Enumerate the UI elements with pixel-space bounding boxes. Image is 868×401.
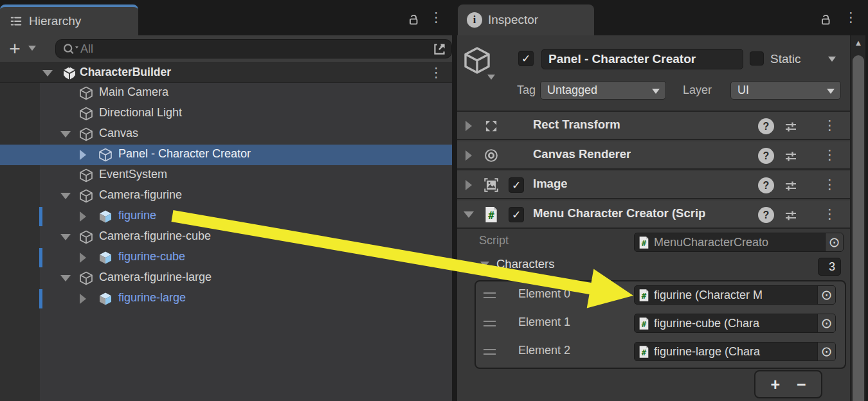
tree-item-camera-figurine-cube[interactable]: Camera-figurine-cube — [0, 227, 452, 247]
create-object-button[interactable]: + — [5, 38, 24, 60]
component-canvas-renderer[interactable]: Canvas Renderer ? ⋮ — [457, 141, 850, 170]
inspector-scrollbar[interactable]: ▲ — [850, 35, 868, 401]
tree-item-camera-figurine-large[interactable]: Camera-figurine-large — [0, 268, 452, 289]
popout-search-icon[interactable] — [431, 41, 449, 57]
drag-handle-icon[interactable] — [484, 321, 496, 326]
array-element-row[interactable]: Element 1 figurine-cube (Chara ⊙ — [476, 310, 845, 338]
unity-editor-window: Hierarchy ⋮ + CharacterBuilder ⋮ Main Ca… — [0, 0, 868, 401]
scrollbar-thumb[interactable] — [853, 55, 864, 401]
scene-header-row[interactable]: CharacterBuilder ⋮ — [0, 63, 452, 83]
object-picker-icon[interactable]: ⊙ — [817, 314, 835, 332]
object-picker-icon[interactable]: ⊙ — [817, 286, 835, 304]
component-menu-icon[interactable]: ⋮ — [823, 148, 832, 161]
gameobject-icon — [78, 188, 94, 204]
foldout-open-caret[interactable] — [60, 193, 71, 199]
image-component-icon — [483, 177, 500, 193]
component-collapsed-caret[interactable] — [466, 121, 472, 131]
script-field-label: Script — [479, 234, 509, 247]
presets-icon[interactable] — [783, 119, 799, 134]
component-rect-transform[interactable]: Rect Transform ? ⋮ — [457, 112, 850, 140]
component-menu-character-creator[interactable]: ✓ Menu Character Creator (Scrip ? ⋮ — [457, 201, 850, 229]
gameobject-icon — [78, 106, 94, 121]
presets-icon[interactable] — [783, 178, 799, 193]
foldout-closed-caret[interactable] — [80, 211, 86, 222]
drag-handle-icon[interactable] — [484, 349, 496, 355]
prefab-override-bar — [39, 248, 42, 267]
gameobject-active-checkbox[interactable]: ✓ — [518, 51, 534, 66]
thumbnail-dropdown-icon[interactable] — [487, 75, 495, 80]
help-icon[interactable]: ? — [758, 207, 774, 223]
scroll-up-icon[interactable]: ▲ — [851, 38, 866, 48]
gameobject-icon — [78, 85, 94, 101]
script-icon — [638, 317, 650, 330]
element-object-field[interactable]: figurine (Character M ⊙ — [634, 285, 836, 305]
prefab-icon — [98, 291, 113, 307]
inspector-lock-icon[interactable] — [818, 12, 833, 27]
tree-item-camera-figurine[interactable]: Camera-figurine — [0, 186, 452, 206]
help-icon[interactable]: ? — [758, 177, 774, 193]
script-icon — [483, 206, 500, 223]
tree-item-figurine[interactable]: figurine — [0, 206, 452, 227]
layer-value: UI — [737, 84, 749, 97]
element-object-field[interactable]: figurine-cube (Chara ⊙ — [634, 314, 836, 333]
foldout-closed-caret[interactable] — [80, 294, 86, 304]
characters-array-box: Element 0 figurine (Character M ⊙ Elemen… — [475, 280, 846, 369]
component-menu-icon[interactable]: ⋮ — [823, 207, 832, 220]
gameobject-thumbnail-icon[interactable] — [462, 45, 493, 76]
scene-foldout-caret[interactable] — [42, 70, 53, 76]
array-element-row[interactable]: Element 0 figurine (Character M ⊙ — [476, 281, 845, 310]
component-expanded-caret[interactable] — [464, 211, 474, 218]
tree-item-panel-character-creator[interactable]: Panel - Character Creator — [0, 145, 452, 165]
object-picker-icon[interactable]: ⊙ — [825, 233, 843, 251]
hierarchy-tree: Main Camera Directional Light Canvas Pan… — [0, 83, 452, 401]
component-enabled-checkbox[interactable]: ✓ — [509, 207, 524, 222]
component-collapsed-caret[interactable] — [466, 180, 472, 190]
foldout-open-caret[interactable] — [60, 131, 71, 138]
panel-divider[interactable] — [452, 35, 457, 401]
foldout-open-caret[interactable] — [60, 275, 71, 281]
component-enabled-checkbox[interactable]: ✓ — [509, 177, 524, 193]
component-menu-icon[interactable]: ⋮ — [823, 177, 832, 191]
tab-hierarchy[interactable]: Hierarchy — [0, 4, 138, 35]
hierarchy-lock-icon[interactable] — [406, 12, 420, 27]
array-add-button[interactable]: + — [770, 377, 780, 393]
foldout-open-caret[interactable] — [60, 234, 71, 240]
component-menu-icon[interactable]: ⋮ — [823, 118, 832, 132]
help-icon[interactable]: ? — [758, 148, 774, 164]
gameobject-icon — [98, 147, 113, 163]
layer-dropdown[interactable]: UI — [730, 81, 841, 100]
inspector-menu-icon[interactable]: ⋮ — [844, 10, 853, 24]
inspector-panel: ✓ Static Tag Untagged Layer UI Rect Tran… — [457, 35, 850, 401]
create-object-dropdown-icon[interactable] — [28, 46, 36, 51]
array-element-row[interactable]: Element 2 figurine-large (Chara ⊙ — [476, 338, 845, 366]
component-collapsed-caret[interactable] — [466, 150, 472, 161]
foldout-closed-caret[interactable] — [80, 150, 86, 160]
array-remove-button[interactable]: − — [797, 377, 806, 393]
tree-item-figurine-large[interactable]: figurine-large — [0, 289, 452, 309]
tree-item-canvas[interactable]: Canvas — [0, 124, 452, 145]
foldout-closed-caret[interactable] — [80, 253, 86, 263]
hierarchy-menu-icon[interactable]: ⋮ — [429, 10, 439, 24]
drag-handle-icon[interactable] — [484, 292, 496, 298]
presets-icon[interactable] — [783, 208, 799, 223]
component-image[interactable]: ✓ Image ? ⋮ — [457, 171, 850, 199]
element-object-field[interactable]: figurine-large (Chara ⊙ — [634, 342, 836, 361]
gameobject-name-input[interactable] — [542, 49, 743, 69]
script-object-field[interactable]: MenuCharacterCreato ⊙ — [634, 233, 844, 252]
search-icon — [61, 41, 80, 57]
help-icon[interactable]: ? — [758, 118, 774, 134]
tree-item-directional-light[interactable]: Directional Light — [0, 103, 452, 124]
scene-menu-icon[interactable]: ⋮ — [429, 66, 439, 79]
static-checkbox[interactable] — [750, 51, 764, 66]
tab-inspector[interactable]: i Inspector — [458, 4, 594, 35]
tree-item-figurine-cube[interactable]: figurine-cube — [0, 247, 452, 268]
presets-icon[interactable] — [783, 148, 799, 164]
tag-dropdown[interactable]: Untagged — [540, 81, 666, 100]
characters-count-field[interactable]: 3 — [818, 258, 841, 276]
object-picker-icon[interactable]: ⊙ — [817, 343, 835, 361]
characters-foldout-caret[interactable] — [480, 262, 489, 267]
static-dropdown-icon[interactable] — [828, 57, 836, 62]
hierarchy-search-input[interactable] — [80, 42, 431, 56]
tree-item-main-camera[interactable]: Main Camera — [0, 83, 452, 103]
tree-item-eventsystem[interactable]: EventSystem — [0, 165, 452, 186]
